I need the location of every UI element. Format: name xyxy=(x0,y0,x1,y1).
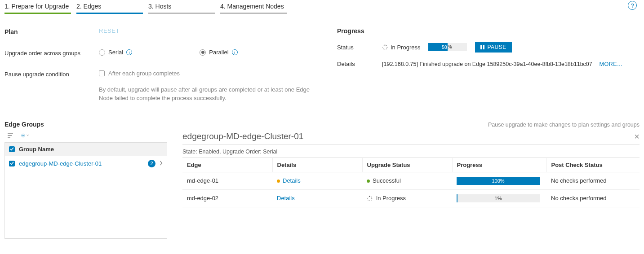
edge-groups-hint: Pause upgrade to make changes to plan se… xyxy=(488,122,640,128)
col-progress: Progress xyxy=(452,158,546,172)
status-dot-icon xyxy=(367,180,370,183)
svg-point-16 xyxy=(372,198,373,199)
cell-post: No checks performed xyxy=(546,172,640,189)
svg-rect-9 xyxy=(483,45,484,49)
spinner-icon xyxy=(382,44,388,50)
svg-point-2 xyxy=(387,47,388,48)
status-value: In Progress xyxy=(382,44,420,51)
svg-point-7 xyxy=(383,45,384,46)
radio-serial[interactable]: Serial i xyxy=(99,49,132,56)
details-text: [192.168.0.75] Finished upgrade on Edge … xyxy=(382,61,592,67)
detail-state-line: State: Enabled, Upgrade Order: Serial xyxy=(182,149,640,155)
details-label: Details xyxy=(337,61,382,67)
checkbox-pause-each-group[interactable] xyxy=(99,70,105,76)
chevron-down-icon xyxy=(27,134,29,137)
edge-table: Edge Details Upgrade Status Progress Pos… xyxy=(182,158,640,207)
cell-post: No checks performed xyxy=(546,189,640,207)
table-row: md-edge-02 Details In Progress 1% No che… xyxy=(182,189,640,207)
svg-point-17 xyxy=(371,200,371,200)
svg-rect-8 xyxy=(480,45,482,49)
row-progress-bar: 1% xyxy=(457,194,540,202)
order-label: Upgrade order across groups xyxy=(4,49,99,57)
group-count-badge: 2 xyxy=(148,160,155,167)
radio-circle-icon xyxy=(99,49,105,56)
plan-help-text: By default, upgrade will pause after all… xyxy=(99,86,310,103)
tab-edges[interactable]: 2. Edges xyxy=(76,0,143,14)
radio-serial-label: Serial xyxy=(108,49,123,56)
cell-status: Successful xyxy=(373,177,401,184)
tab-hosts[interactable]: 3. Hosts xyxy=(148,0,215,14)
svg-point-1 xyxy=(386,45,387,46)
plan-title: Plan xyxy=(4,27,99,35)
col-edge: Edge xyxy=(182,158,272,172)
pause-button[interactable]: PAUSE xyxy=(475,42,511,53)
info-icon[interactable]: i xyxy=(232,49,238,55)
status-dot-icon xyxy=(277,180,280,183)
col-details: Details xyxy=(272,158,362,172)
group-row[interactable]: edgegroup-MD-edge-Cluster-01 2 xyxy=(5,156,167,171)
checkbox-group[interactable] xyxy=(9,161,15,166)
cell-status: In Progress xyxy=(376,195,406,201)
svg-point-14 xyxy=(369,196,370,197)
chevron-right-icon xyxy=(160,160,163,167)
col-status: Upgrade Status xyxy=(362,158,452,172)
help-icon[interactable]: ? xyxy=(628,1,637,10)
pause-cond-label: Pause upgrade condition xyxy=(4,70,99,103)
cell-edge: md-edge-02 xyxy=(182,189,272,207)
svg-point-19 xyxy=(368,200,369,201)
svg-point-15 xyxy=(371,197,372,197)
info-icon[interactable]: i xyxy=(126,49,132,55)
svg-point-0 xyxy=(384,44,385,45)
col-group-name: Group Name xyxy=(19,146,54,153)
pause-icon xyxy=(480,45,484,49)
tab-mgmt-nodes[interactable]: 4. Management Nodes xyxy=(220,0,287,14)
more-link[interactable]: MORE... xyxy=(599,61,622,67)
close-icon[interactable]: × xyxy=(634,131,640,142)
radio-parallel[interactable]: Parallel i xyxy=(200,49,237,56)
svg-point-18 xyxy=(369,201,370,201)
row-progress-bar: 100% xyxy=(457,177,540,185)
radio-circle-icon xyxy=(200,49,206,56)
details-link[interactable]: Details xyxy=(277,195,295,201)
wizard-tabs: 1. Prepare for Upgrade 2. Edges 3. Hosts… xyxy=(4,0,640,14)
group-list: Group Name edgegroup-MD-edge-Cluster-01 … xyxy=(4,142,167,239)
svg-point-3 xyxy=(386,48,386,49)
svg-point-20 xyxy=(367,198,368,199)
spinner-icon xyxy=(367,196,373,201)
svg-point-4 xyxy=(385,49,385,49)
svg-point-21 xyxy=(368,197,369,197)
tab-prepare[interactable]: 1. Prepare for Upgrade xyxy=(4,0,71,14)
reorder-icon[interactable] xyxy=(6,131,14,140)
gear-icon[interactable] xyxy=(21,131,29,140)
group-name-link[interactable]: edgegroup-MD-edge-Cluster-01 xyxy=(19,160,144,167)
radio-parallel-label: Parallel xyxy=(209,49,228,56)
svg-point-13 xyxy=(22,135,24,136)
details-link[interactable]: Details xyxy=(283,177,301,184)
progress-bar: 50% xyxy=(428,43,467,51)
col-post: Post Check Status xyxy=(546,158,640,172)
svg-point-6 xyxy=(382,47,383,48)
cell-edge: md-edge-01 xyxy=(182,172,272,189)
table-row: md-edge-01 Details Successful 100% No ch… xyxy=(182,172,640,189)
edge-groups-title: Edge Groups xyxy=(4,121,44,128)
checkbox-all-groups[interactable] xyxy=(9,146,15,152)
status-label: Status xyxy=(337,44,382,51)
reset-button[interactable]: RESET xyxy=(99,27,120,34)
progress-title: Progress xyxy=(337,27,640,35)
svg-point-5 xyxy=(383,48,384,49)
detail-title: edgegroup-MD-edge-Cluster-01 xyxy=(182,131,303,141)
pause-opt-label: After each group completes xyxy=(108,70,180,77)
